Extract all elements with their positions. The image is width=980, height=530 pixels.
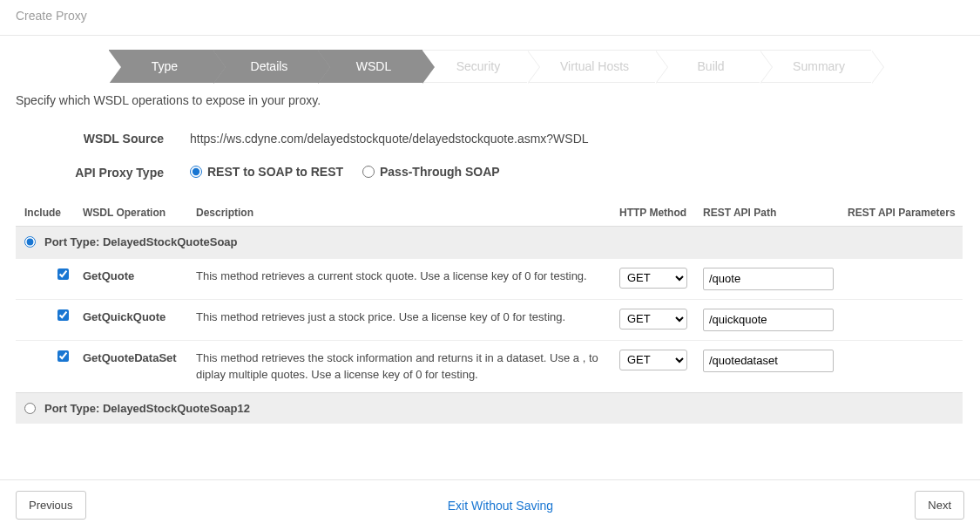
operation-description: This method retrieves just a stock price… [189, 299, 612, 340]
port-type-radio[interactable] [24, 236, 36, 248]
th-path: REST API Path [696, 200, 841, 227]
th-description: Description [189, 200, 612, 227]
proxy-type-rest-option[interactable]: REST to SOAP to REST [190, 165, 343, 179]
include-checkbox[interactable] [57, 350, 69, 362]
wizard-step-label: Type [152, 59, 178, 73]
proxy-type-passthrough-radio[interactable] [362, 166, 375, 178]
wizard-footer: Previous Exit Without Saving Next [0, 479, 980, 530]
wsdl-source-value: https://ws.cdyne.com/delayedstockquote/d… [190, 132, 963, 146]
previous-button[interactable]: Previous [16, 491, 86, 520]
th-params: REST API Parameters [841, 200, 963, 227]
operation-name: GetQuoteDataSet [76, 340, 189, 392]
api-proxy-type-label: API Proxy Type [16, 166, 190, 180]
operation-name: GetQuote [76, 258, 189, 299]
wizard-step-label: WSDL [356, 59, 391, 73]
wsdl-source-label: WSDL Source [16, 132, 190, 146]
http-method-select[interactable]: GETPOSTPUTDELETEPATCH [619, 350, 687, 370]
wizard-body-scroll[interactable]: Specify which WSDL operations to expose … [16, 92, 964, 487]
wizard-step-label: Details [251, 59, 288, 73]
rest-params-cell [841, 258, 963, 299]
wizard-step-type[interactable]: Type [109, 50, 213, 83]
wizard-step-details[interactable]: Details [213, 50, 318, 83]
rest-params-cell [841, 340, 963, 392]
port-type-label: Port Type: DelayedStockQuoteSoap [44, 235, 238, 248]
operation-description: This method retrieves a current stock qu… [189, 258, 612, 299]
http-method-select[interactable]: GETPOSTPUTDELETEPATCH [619, 268, 687, 289]
operation-row: GetQuickQuoteThis method retrieves just … [16, 299, 963, 340]
wizard-step-label: Summary [793, 59, 845, 73]
wizard-step-virtual-hosts[interactable]: Virtual Hosts [527, 50, 655, 83]
rest-path-input[interactable] [703, 309, 834, 331]
wizard-step-label: Security [456, 59, 501, 73]
port-type-row[interactable]: Port Type: DelayedStockQuoteSoap [16, 227, 963, 259]
rest-params-cell [841, 299, 963, 340]
wsdl-source-row: WSDL Source https://ws.cdyne.com/delayed… [16, 132, 963, 146]
port-type-radio[interactable] [24, 403, 36, 414]
proxy-type-passthrough-option[interactable]: Pass-Through SOAP [362, 165, 500, 179]
wizard-step-security[interactable]: Security [422, 50, 527, 83]
th-include: Include [16, 200, 76, 227]
wizard-step-label: Build [698, 59, 725, 73]
operation-row: GetQuoteThis method retrieves a current … [16, 258, 963, 299]
http-method-select[interactable]: GETPOSTPUTDELETEPATCH [619, 309, 687, 330]
next-button[interactable]: Next [915, 491, 964, 520]
operation-row: GetQuoteDataSetThis method retrieves the… [16, 340, 963, 392]
th-operation: WSDL Operation [76, 200, 189, 227]
proxy-type-passthrough-label: Pass-Through SOAP [380, 165, 500, 179]
api-proxy-type-radios: REST to SOAP to REST Pass-Through SOAP [190, 165, 963, 180]
api-proxy-type-row: API Proxy Type REST to SOAP to REST Pass… [16, 165, 963, 180]
page-title: Create Proxy [0, 0, 980, 36]
th-method: HTTP Method [612, 200, 696, 227]
proxy-type-rest-radio[interactable] [190, 166, 202, 178]
port-type-row[interactable]: Port Type: DelayedStockQuoteSoap12 [16, 392, 963, 424]
rest-path-input[interactable] [703, 268, 834, 290]
wizard-step-wsdl[interactable]: WSDL [318, 50, 422, 83]
wizard-step-label: Virtual Hosts [560, 59, 629, 73]
rest-path-input[interactable] [703, 350, 834, 372]
operation-name: GetQuickQuote [76, 299, 189, 340]
operations-table: Include WSDL Operation Description HTTP … [16, 200, 963, 424]
wizard-instruction: Specify which WSDL operations to expose … [16, 92, 963, 132]
wizard-steps: TypeDetailsWSDLSecurityVirtual HostsBuil… [16, 36, 964, 92]
port-type-label: Port Type: DelayedStockQuoteSoap12 [44, 402, 250, 415]
exit-without-saving-link[interactable]: Exit Without Saving [86, 499, 916, 513]
wizard-step-summary[interactable]: Summary [760, 50, 871, 83]
wizard-step-build[interactable]: Build [655, 50, 760, 83]
proxy-type-rest-label: REST to SOAP to REST [207, 165, 343, 179]
include-checkbox[interactable] [57, 309, 69, 321]
operation-description: This method retrieves the stock informat… [189, 340, 612, 392]
include-checkbox[interactable] [57, 268, 69, 280]
